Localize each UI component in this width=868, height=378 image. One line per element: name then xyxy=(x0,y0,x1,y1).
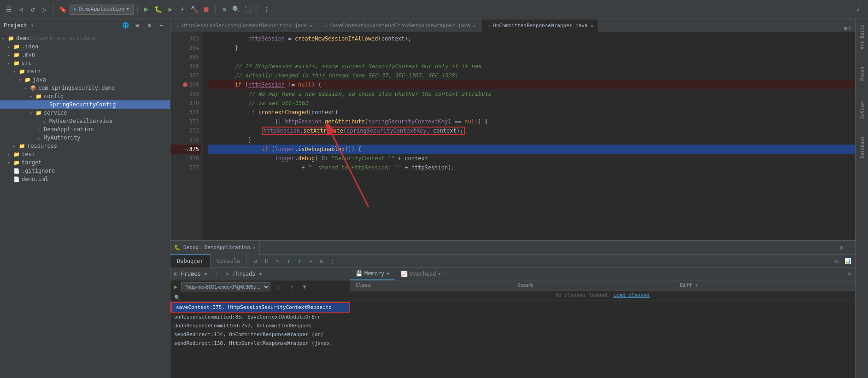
thread-down-icon[interactable]: ↓ xyxy=(274,282,283,291)
tree-resources[interactable]: ▸ 📁 resources xyxy=(0,142,170,150)
tree-config[interactable]: ▾ 📁 config xyxy=(0,92,170,100)
tree-target[interactable]: ▾ 📁 target xyxy=(0,158,170,167)
debug-rerun-icon[interactable]: ↺ xyxy=(251,256,260,266)
col-count: Count xyxy=(512,280,674,291)
tab-overhead[interactable]: 📈 Overhead ▾ xyxy=(395,268,447,280)
thread-filter-icon[interactable]: ▼ xyxy=(300,282,309,291)
bookmark-icon[interactable]: 🔖 xyxy=(58,4,68,14)
tree-spring-security-config[interactable]: ☕ SpringSecurityConfig xyxy=(0,100,170,109)
sidebar-expand-icon: ▾ xyxy=(31,22,34,29)
debug-runtohere-icon[interactable]: → xyxy=(306,256,315,266)
debug-more-icon[interactable]: ⋮ xyxy=(328,256,337,266)
tab-oncommitted[interactable]: ☕ OnCommittedResponseWrapper.java ✕ xyxy=(481,19,599,32)
pkg-name: com.springsecurity.demo xyxy=(38,85,115,91)
code-content[interactable]: httpSession = createNewSessionIfAllowed(… xyxy=(203,32,855,240)
tree-demo-app[interactable]: ☕ DemoApplication xyxy=(0,125,170,134)
tab-memory[interactable]: 💾 Memory ▾ xyxy=(350,268,395,280)
tab-console[interactable]: Console xyxy=(211,254,247,268)
bottom-settings-icon[interactable]: ⚙ xyxy=(837,243,846,252)
thread-up-icon[interactable]: ↑ xyxy=(287,282,296,291)
refresh-icon[interactable]: ↺ xyxy=(28,4,38,14)
search-toolbar-icon[interactable]: 🔍 xyxy=(231,4,241,14)
code-line-363: httpSession = createNewSessionIfAllowed(… xyxy=(208,34,855,43)
debug-session-close[interactable]: ✕ xyxy=(253,245,256,250)
debug-stepinto-icon[interactable]: ↓ xyxy=(284,256,293,266)
tree-idea[interactable]: ▸ 📁 .idea xyxy=(0,42,170,51)
config-arrow: ▾ xyxy=(29,94,35,99)
debug-session-name: DemoApplication xyxy=(205,244,250,250)
debug-layout-icon[interactable]: ⊟ xyxy=(832,256,841,266)
memory-panel: 💾 Memory ▾ 📈 Overhead ▾ ⚙ xyxy=(350,268,855,378)
frame-item-2[interactable]: doOnResponseCommitted:252, OnCommittedRe… xyxy=(170,321,350,330)
locate-icon[interactable]: 🌐 xyxy=(120,20,130,30)
thread-dropdown[interactable]: *http-nio-8001-exec-9*@6,365,i... xyxy=(181,282,270,291)
sidebar-settings-icon[interactable]: ⚙ xyxy=(144,20,154,30)
code-371: if (contextChanged(context) xyxy=(208,108,338,117)
tree-main[interactable]: ▾ 📁 main xyxy=(0,67,170,76)
debug-pause-icon[interactable]: ⏸ xyxy=(262,256,271,266)
tab-httpsession[interactable]: ☕ HttpSessionSecurityContextRepository.j… xyxy=(170,19,318,32)
profile-icon[interactable]: ⚡ xyxy=(177,4,188,14)
tree-root[interactable]: ▾ 📁 demo E:\work-project\demo xyxy=(0,34,170,42)
frame-item-3[interactable]: sendRedirect:134, OnCommittedResponseWra… xyxy=(170,330,350,339)
run-button[interactable]: ▶ xyxy=(141,4,152,14)
frames-search[interactable] xyxy=(170,293,350,302)
side-tab-scview[interactable]: ScView xyxy=(856,92,868,129)
tree-demoiML[interactable]: 📄 demo.iml xyxy=(0,175,170,183)
main-folder-icon: 📁 xyxy=(18,68,26,75)
tab-overflow[interactable]: ≡7 xyxy=(840,24,855,32)
stop-button[interactable]: ■ xyxy=(201,4,211,14)
java-folder-icon: 📁 xyxy=(24,76,31,83)
root-arrow: ▾ xyxy=(2,36,7,41)
tree-package[interactable]: ▾ 📦 com.springsecurity.demo xyxy=(0,84,170,92)
tree-service[interactable]: ▾ 📁 service xyxy=(0,109,170,117)
tree-mvn[interactable]: ▸ 📁 .mvn xyxy=(0,51,170,59)
side-tab-database[interactable]: Database xyxy=(856,129,868,166)
frame-4-text: sendRedirect:138, HttpServletResponseWra… xyxy=(174,340,330,346)
tree-myuserdetail[interactable]: ☕ MyUserDetailService xyxy=(0,117,170,125)
menu-icon[interactable]: ☰ xyxy=(4,4,14,14)
tab-httpsession-close[interactable]: ✕ xyxy=(310,23,312,28)
tree-test[interactable]: ▸ 📁 test xyxy=(0,150,170,158)
tab-httpsession-label: HttpSessionSecurityContextRepository.jav… xyxy=(182,23,307,29)
side-tab-art-build[interactable]: Art Build xyxy=(856,18,868,55)
frames-list: saveContext:375, HttpSessionSecurityCont… xyxy=(170,302,350,378)
debug-stepout-icon[interactable]: ↑ xyxy=(295,256,304,266)
mvn-name: .mvn xyxy=(22,52,35,58)
more-icon[interactable]: ⋮ xyxy=(261,4,271,14)
debug-run-icon[interactable]: 🐛 xyxy=(153,4,164,14)
tab-oncommitted-close[interactable]: ✕ xyxy=(590,23,593,28)
app-dropdown[interactable]: ▶ DemoApplication ▾ xyxy=(70,4,134,15)
frame-item-0[interactable]: saveContext:375, HttpSessionSecurityCont… xyxy=(170,302,350,313)
frame-item-1[interactable]: onResponseCommitted:85, SaveContextOnUpd… xyxy=(170,313,350,321)
tree-src[interactable]: ▾ 📁 src xyxy=(0,59,170,67)
forward-icon[interactable]: ▷ xyxy=(40,4,50,14)
memory-settings[interactable]: ⚙ xyxy=(845,271,855,277)
threads-tab[interactable]: ≡ Threads ▾ xyxy=(226,271,263,277)
frame-item-4[interactable]: sendRedirect:138, HttpServletResponseWra… xyxy=(170,339,350,348)
tab-savecontext[interactable]: ☕ SaveContextOnUpdateOrErrorResponseWrap… xyxy=(318,19,481,32)
target-arrow: ▾ xyxy=(7,160,13,165)
sidebar-close-icon[interactable]: — xyxy=(156,20,166,30)
collapse-icon[interactable]: ⊟ xyxy=(132,20,142,30)
tree-java[interactable]: ▾ 📁 java xyxy=(0,76,170,84)
debug-graph-icon[interactable]: 📊 xyxy=(843,256,852,266)
settings-icon[interactable]: ⚙ xyxy=(219,4,229,14)
back-icon[interactable]: ◁ xyxy=(16,4,26,14)
linenum-368: 368 xyxy=(189,80,199,89)
frames-tab[interactable]: ⊞ Frames ▾ xyxy=(174,271,207,277)
terminal-icon[interactable]: ⬛ xyxy=(243,4,253,14)
tree-gitignore[interactable]: 📄 .gitignore xyxy=(0,167,170,175)
load-classes-link[interactable]: Load classes xyxy=(613,292,650,298)
debug-evaluate-icon[interactable]: ⊞ xyxy=(317,256,326,266)
code-line-375: if (logger.isDebugEnabled()) { xyxy=(208,145,855,154)
bottom-minimize-icon[interactable]: — xyxy=(846,243,855,252)
coverage-icon[interactable]: ▶ xyxy=(165,4,176,14)
tab-debugger[interactable]: Debugger xyxy=(170,254,211,268)
side-tab-maven[interactable]: Maven xyxy=(856,55,868,92)
debug-stepover-icon[interactable]: ↷ xyxy=(273,256,282,266)
tree-myauth[interactable]: ☕ MyAuthority xyxy=(0,134,170,142)
test-arrow: ▸ xyxy=(7,152,13,157)
build-icon[interactable]: 🔨 xyxy=(189,4,199,14)
tab-savecontext-close[interactable]: ✕ xyxy=(473,23,475,28)
